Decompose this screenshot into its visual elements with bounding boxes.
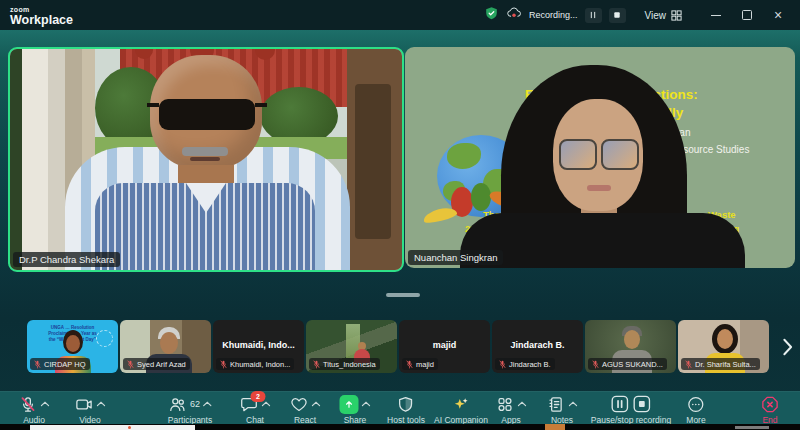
stop-recording-button[interactable]	[609, 8, 626, 23]
background-orange-edge	[545, 424, 565, 430]
person-art	[160, 332, 178, 354]
notes-button[interactable]: Notes	[547, 395, 578, 425]
thumbnail-name-tag: CIRDAP HQ	[30, 358, 90, 370]
thumbnail-jindarach[interactable]: Jindarach B. Jindarach B.	[492, 320, 583, 373]
pause-stop-recording-button[interactable]: Pause/stop recording	[591, 395, 671, 425]
titlebar: zoom Workplace Recording... View ×	[0, 0, 800, 30]
grid-view-icon	[670, 9, 683, 22]
thumbnail-sharifa[interactable]: Dr. Sharifa Sulta...	[678, 320, 769, 373]
apps-button[interactable]: Apps	[496, 395, 527, 425]
ai-sparkle-icon	[452, 395, 471, 414]
logo-zoom-text: zoom	[10, 6, 73, 13]
meeting-toolbar: Audio Video 62 Participants	[0, 391, 800, 425]
video-tile-chandra-shekara[interactable]: Dr.P Chandra Shekara	[8, 47, 404, 272]
cloud-recording-icon	[506, 6, 522, 24]
background-window-edge	[30, 425, 195, 430]
share-screen-icon	[340, 395, 359, 414]
banana-art	[422, 205, 458, 225]
muted-mic-icon	[592, 360, 599, 369]
muted-mic-icon	[499, 360, 506, 369]
view-button[interactable]: View	[645, 9, 684, 22]
chat-button[interactable]: 2 Chat	[240, 395, 271, 425]
thumbnail-syed-arif-azad[interactable]: Syed Arif Azad	[120, 320, 211, 373]
close-button[interactable]: ×	[766, 4, 790, 26]
background-tiny-text	[735, 426, 769, 429]
green-pepper-art	[471, 183, 491, 211]
chevron-right-icon	[782, 338, 793, 356]
participants-icon	[168, 395, 187, 414]
shield-icon	[396, 395, 415, 414]
striped-shirt-art	[95, 183, 315, 270]
video-button[interactable]: Video	[75, 395, 106, 425]
stop-recording-icon[interactable]	[633, 395, 651, 413]
person-art	[66, 335, 80, 352]
thumbnail-name-tag: majid	[402, 358, 438, 370]
share-caret-icon[interactable]	[362, 401, 371, 407]
thumbnail-name-tag: AGUS SUKAND...	[588, 358, 667, 370]
share-button[interactable]: Share	[340, 395, 371, 425]
thumbnail-name-tag: Titus_Indonesia Khumaidi, Indon...	[216, 358, 294, 370]
maximize-button[interactable]	[735, 4, 759, 26]
muted-mic-icon	[406, 360, 413, 369]
muted-mic-icon	[220, 360, 227, 369]
thumbnail-name-tag: Titus_Indonesia	[309, 358, 380, 370]
minimize-icon	[711, 15, 721, 16]
zoom-meeting-window: zoom Workplace Recording... View ×	[0, 0, 800, 430]
thumbnail-name-tag: Dr. Sharifa Sulta...	[681, 358, 760, 370]
end-meeting-button[interactable]: End	[761, 395, 780, 425]
video-tile-nuanchan-singkran[interactable]: Foo ste reductions: T t locally Singkran…	[405, 47, 795, 268]
pause-recording-icon[interactable]	[611, 395, 629, 413]
speaker-face-art	[553, 99, 643, 211]
background-window-dot	[128, 426, 131, 429]
thumbnail-majid[interactable]: majid majid	[399, 320, 490, 373]
meeting-stage: Dr.P Chandra Shekara Foo ste reductions:…	[0, 30, 800, 430]
participant-name-tag: Dr.P Chandra Shekara	[13, 252, 120, 267]
desktop-edge-strip	[0, 424, 800, 430]
close-icon: ×	[774, 8, 782, 22]
thumbnail-agus-sukandar[interactable]: AGUS SUKAND...	[585, 320, 676, 373]
minimize-button[interactable]	[704, 4, 728, 26]
participant-filmstrip: UNGA … Resolution Proclaiming … Year as …	[27, 320, 769, 373]
video-caret-icon[interactable]	[97, 401, 106, 407]
recording-status-text: Recording...	[529, 10, 578, 20]
apps-caret-icon[interactable]	[518, 401, 527, 407]
more-button[interactable]: More	[686, 395, 705, 425]
react-button[interactable]: React	[290, 395, 321, 425]
thumbnail-titus-indonesia[interactable]: Titus_Indonesia	[306, 320, 397, 373]
muted-mic-icon	[313, 360, 320, 369]
thumbnail-cirdap-hq[interactable]: UNGA … Resolution Proclaiming … Year as …	[27, 320, 118, 373]
maximize-icon	[742, 10, 752, 20]
person-art	[717, 329, 733, 349]
mouth-art	[190, 157, 220, 161]
thumbnail-center-name: Khumaidi, Indo...	[213, 340, 304, 350]
muted-mic-icon	[685, 360, 692, 369]
more-ellipsis-icon	[687, 395, 706, 414]
view-label: View	[645, 10, 667, 21]
mic-muted-icon	[19, 395, 38, 414]
encryption-shield-icon	[484, 6, 499, 25]
notes-caret-icon[interactable]	[569, 401, 578, 407]
notes-icon	[547, 395, 566, 414]
seal-art	[96, 330, 113, 347]
pause-recording-button[interactable]	[585, 8, 602, 23]
logo-workplace-text: Workplace	[10, 14, 73, 27]
muted-mic-icon	[127, 360, 134, 369]
audio-button[interactable]: Audio	[19, 395, 50, 425]
apps-icon	[496, 395, 515, 414]
participants-button[interactable]: 62 Participants	[168, 395, 212, 425]
zoom-workplace-logo: zoom Workplace	[0, 4, 73, 27]
filmstrip-scroll-right-button[interactable]	[778, 336, 796, 358]
participant-name-tag: Nuanchan Singkran	[408, 250, 503, 265]
end-meeting-icon	[761, 395, 780, 414]
chat-caret-icon[interactable]	[262, 401, 271, 407]
filmstrip-drag-handle[interactable]	[386, 293, 420, 297]
react-caret-icon[interactable]	[312, 401, 321, 407]
ai-companion-button[interactable]: AI Companion	[434, 395, 488, 425]
thumbnail-khumaidi[interactable]: Khumaidi, Indo... Titus_Indonesia Khumai…	[213, 320, 304, 373]
mustache-art	[182, 147, 228, 156]
participants-caret-icon[interactable]	[203, 401, 212, 407]
person-art	[624, 330, 640, 349]
thumbnail-name-tag: Jindarach B.	[495, 358, 555, 370]
host-tools-button[interactable]: Host tools	[387, 395, 425, 425]
audio-caret-icon[interactable]	[41, 401, 50, 407]
